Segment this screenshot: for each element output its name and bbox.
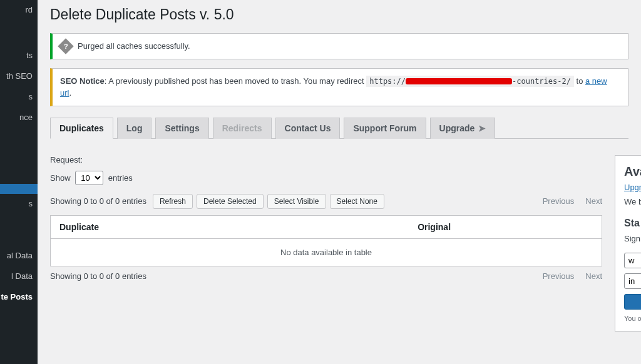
sidebar-item[interactable]: ts (0, 46, 38, 66)
prev-page[interactable]: Previous (543, 196, 575, 206)
right-small: You o our E (624, 315, 641, 322)
tab-support-forum[interactable]: Support Forum (344, 118, 426, 139)
main-content: Delete Duplicate Posts v. 5.0 ? Purged a… (38, 0, 641, 364)
notice-success: ? Purged all caches successfully. (50, 33, 628, 59)
sidebar-item[interactable]: s (0, 87, 38, 108)
entries-info-bottom: Showing 0 to 0 of 0 entries (50, 271, 146, 281)
pager-top: Previous Next (543, 196, 602, 206)
sidebar-item[interactable]: rd (0, 0, 38, 21)
notice-seo: SEO Notice: A previously published post … (50, 68, 628, 106)
sidebar-item[interactable]: nce (0, 108, 38, 128)
tab-redirects: Redirects (213, 118, 272, 139)
seo-notice-label: SEO Notice (60, 76, 105, 86)
right-input-2[interactable] (624, 273, 641, 289)
tab-upgrade[interactable]: Upgrade ➤ (430, 118, 496, 139)
admin-sidebar: rd ts th SEO s nce s al Data l Data te P… (0, 0, 38, 364)
notice-success-text: Purged all caches successfully. (78, 40, 190, 53)
tabs: Duplicates Log Settings Redirects Contac… (50, 118, 628, 139)
sidebar-item[interactable]: l Data (0, 266, 38, 287)
right-heading2: Sta (624, 218, 641, 229)
sidebar-item-active[interactable] (0, 184, 38, 194)
refresh-button[interactable]: Refresh (153, 194, 193, 209)
sidebar-item[interactable] (0, 21, 38, 46)
info-icon: ? (58, 38, 73, 54)
col-original[interactable]: Original (409, 215, 602, 238)
redacted-icon (406, 78, 512, 84)
right-input-1[interactable] (624, 253, 641, 268)
seo-notice-after: . (69, 88, 71, 98)
tab-settings[interactable]: Settings (155, 118, 208, 139)
page-title: Delete Duplicate Posts v. 5.0 (50, 6, 628, 23)
pager-bottom: Previous Next (543, 271, 602, 281)
right-heading: Available (624, 164, 641, 179)
entries-info-top: Showing 0 to 0 of 0 entries (50, 196, 146, 206)
tab-contact[interactable]: Contact Us (275, 118, 341, 139)
arrow-right-icon: ➤ (478, 123, 486, 133)
length-suffix: entries (108, 173, 133, 183)
length-prefix: Show (50, 173, 71, 183)
next-page-bottom[interactable]: Next (585, 271, 602, 281)
right-upgrade-link[interactable]: Upgrade (624, 183, 641, 192)
seo-notice-before: : A previously published post has been m… (105, 76, 366, 86)
sidebar-right-panel: Available Upgrade We before Sta Sign dir… (615, 155, 641, 331)
next-page[interactable]: Next (585, 196, 602, 206)
empty-row: No data available in table (51, 238, 602, 266)
tab-log[interactable]: Log (117, 118, 152, 139)
sidebar-item[interactable]: al Data (0, 246, 38, 266)
delete-selected-button[interactable]: Delete Selected (197, 194, 264, 209)
sidebar-item[interactable]: s (0, 194, 38, 215)
prev-page-bottom[interactable]: Previous (543, 271, 575, 281)
select-none-button[interactable]: Select None (330, 194, 384, 209)
right-submit-button[interactable] (624, 294, 641, 310)
sidebar-item[interactable]: th SEO (0, 66, 38, 87)
entries-select[interactable]: 10 (75, 171, 103, 185)
sidebar-item[interactable]: te Posts (0, 287, 38, 308)
tab-duplicates[interactable]: Duplicates (50, 118, 113, 139)
select-visible-button[interactable]: Select Visible (267, 194, 326, 209)
request-label: Request: (50, 155, 602, 164)
right-p2: Sign direct Wor dup (624, 233, 641, 245)
col-duplicate[interactable]: Duplicate (51, 215, 409, 238)
duplicates-table: Duplicate Original No data available in … (50, 215, 602, 266)
right-p1: We before (624, 196, 641, 208)
seo-notice-mid: to (577, 76, 585, 86)
seo-notice-url: https://-countries-2/ (366, 76, 574, 87)
